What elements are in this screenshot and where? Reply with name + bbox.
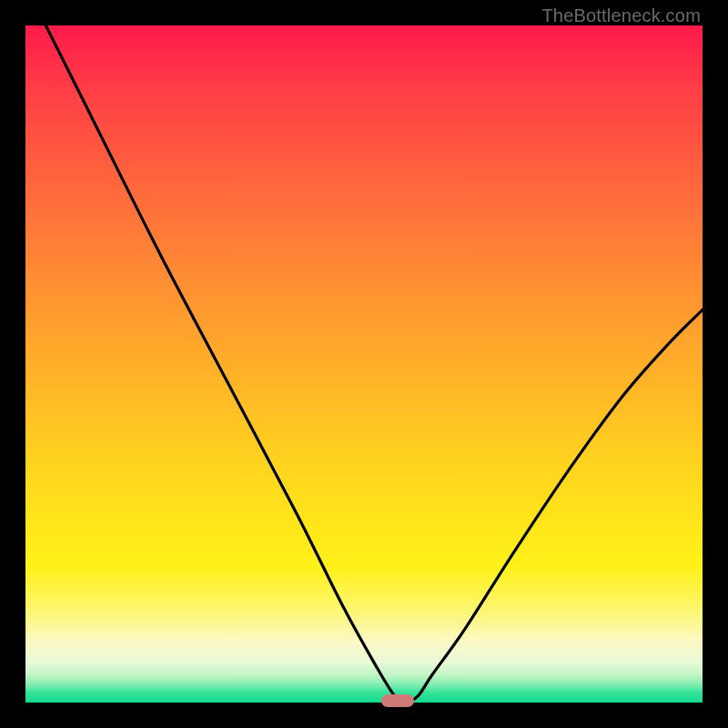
plot-area (25, 25, 703, 703)
attribution-text: TheBottleneck.com (541, 5, 701, 26)
optimal-marker (381, 694, 414, 707)
bottleneck-curve (25, 25, 703, 703)
chart-frame: TheBottleneck.com (0, 0, 728, 728)
